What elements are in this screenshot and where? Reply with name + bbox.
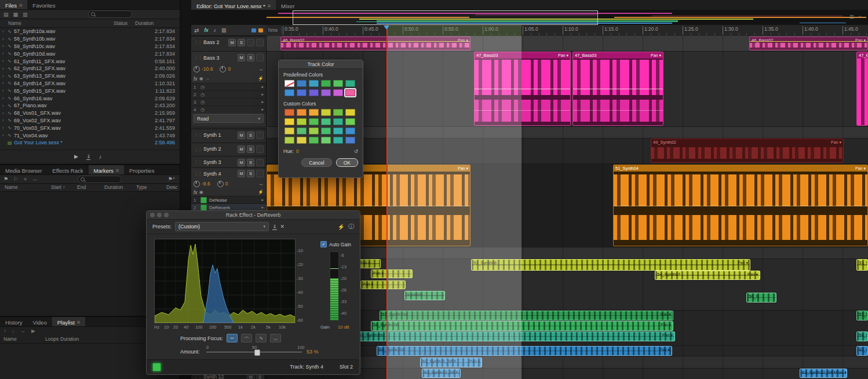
chevron-right-icon[interactable]: › — [2, 74, 8, 79]
track-drag-handle[interactable]: ⋮⋮ — [194, 160, 202, 165]
files-search-input[interactable] — [88, 10, 132, 18]
fx-power-icon[interactable]: ◉ — [199, 76, 203, 81]
mute-button[interactable]: M — [228, 39, 236, 46]
file-row[interactable]: ›∿59_Synth10c.wav2:17.834 — [0, 43, 180, 50]
clip-pan-dropdown[interactable]: Pan▾ — [855, 37, 866, 43]
color-swatch[interactable] — [309, 137, 319, 144]
clip-pan-dropdown[interactable]: Pan▾ — [360, 260, 370, 266]
fx-label[interactable]: fx — [194, 190, 198, 195]
clip-pan-dropdown[interactable]: Pan▾ — [855, 165, 866, 172]
track-name[interactable]: Synth 4 — [203, 171, 221, 177]
chevron-right-icon[interactable]: › — [2, 59, 8, 64]
tab-effects-rack[interactable]: Effects Rack — [47, 165, 88, 174]
metronome-icon[interactable]: ♪ — [213, 27, 216, 33]
color-swatch[interactable] — [321, 89, 331, 96]
mute-button[interactable]: M — [238, 159, 245, 166]
chevron-right-icon[interactable]: › — [2, 111, 8, 116]
chevron-right-icon[interactable]: › — [2, 88, 8, 93]
file-row[interactable]: ›∿61_Synth11_SFX.wav0:58.161 — [0, 57, 180, 65]
col-marker-desc[interactable]: Desc — [166, 184, 177, 190]
range-marker-icon[interactable]: ↔ — [32, 176, 38, 182]
audio-clip[interactable]: 57_Sy — [856, 311, 868, 320]
time-selection-overlay[interactable] — [387, 36, 521, 379]
track-header-synth2[interactable]: ⋮⋮Synth 2MS — [191, 143, 267, 156]
focus-mid-button[interactable]: ∿ — [256, 334, 267, 342]
color-swatch[interactable] — [345, 118, 355, 125]
track-drag-handle[interactable]: ⋮⋮ — [194, 147, 202, 152]
fx-power-icon[interactable]: ◉ — [199, 190, 203, 195]
add-marker-icon[interactable]: ⚐ — [13, 176, 18, 182]
color-swatch[interactable] — [333, 80, 343, 87]
chevron-right-icon[interactable]: › — [2, 118, 8, 123]
chevron-right-icon[interactable]: › — [2, 66, 8, 71]
window-title-bar[interactable]: Rack Effect - DeReverb — [147, 211, 360, 220]
col-marker-end[interactable]: End — [77, 184, 86, 190]
col-marker-duration[interactable]: Duration — [104, 184, 123, 190]
dereverb-spectrum-graph[interactable] — [154, 239, 296, 323]
play-button[interactable]: ▶ — [74, 154, 78, 159]
fx-prepost-icon[interactable]: → — [205, 76, 210, 81]
export-button[interactable]: ⇓ — [86, 154, 91, 160]
import-file-icon[interactable]: ▤ — [3, 12, 9, 17]
clip-pan-dropdown[interactable]: Pan▾ — [831, 139, 841, 145]
focus-low-button[interactable]: ◠ — [241, 334, 252, 342]
fx-slot[interactable]: 1◷▸ — [191, 83, 266, 90]
track-name[interactable]: Synth 3 — [203, 159, 221, 165]
clip-pan-dropdown[interactable]: Pan▾ — [662, 332, 673, 338]
dialog-title-bar[interactable]: Track Color — [279, 60, 363, 69]
fx-slot[interactable]: 3◷▸ — [191, 98, 266, 105]
file-row[interactable]: ›∿58_Synth10b.wav2:17.834 — [0, 35, 180, 43]
audio-clip[interactable]: 49_Synth02Pan▾ — [651, 139, 844, 163]
effect-power-icon[interactable]: ⚡ — [338, 224, 345, 230]
snap-icon[interactable]: ⊞ — [849, 14, 854, 20]
file-row[interactable]: ›∿65_Synth15_SFX.wav1:11.823 — [0, 87, 180, 94]
volume-knob[interactable] — [194, 181, 200, 187]
overview-options-icon[interactable]: ≈ — [859, 14, 862, 20]
audio-clip[interactable]: 53_Sy — [856, 259, 868, 271]
tab-favorites[interactable]: Favorites — [27, 0, 60, 9]
audio-clip[interactable]: 47_Ba — [856, 52, 868, 126]
fx-toggle-icon[interactable]: fx — [204, 27, 208, 33]
tab-files[interactable]: Files≡ — [0, 0, 27, 9]
color-swatch[interactable] — [309, 80, 319, 87]
track-drag-handle[interactable]: ⋮⋮ — [194, 171, 202, 176]
panel-menu-icon[interactable]: ≡ — [268, 3, 271, 9]
col-marker-name[interactable]: Name — [5, 184, 18, 190]
color-swatch[interactable] — [333, 137, 343, 144]
track-name[interactable]: Synth 1 — [203, 132, 221, 138]
volume-value[interactable]: -9.6 — [202, 181, 210, 187]
clip-pan-dropdown[interactable]: Pan▾ — [363, 281, 373, 287]
file-row[interactable]: ›∿67_Piano.wav2:43.200 — [0, 102, 180, 110]
auto-play-audio-icon[interactable]: ♪ — [99, 154, 101, 160]
chevron-right-icon[interactable]: › — [2, 37, 8, 42]
color-swatch[interactable] — [285, 89, 294, 96]
record-arm-button[interactable] — [256, 145, 264, 153]
file-row[interactable]: ›∿62_Synth12_SFX.wav2:40.000 — [0, 65, 180, 72]
color-swatch[interactable] — [345, 137, 355, 144]
solo-button[interactable]: S — [247, 159, 254, 166]
chevron-right-icon[interactable]: › — [2, 125, 8, 130]
auto-gain-checkbox[interactable]: ✓ Auto Gain — [320, 241, 351, 247]
focus-high-button[interactable]: ◡ — [270, 334, 281, 342]
pan-value[interactable]: 0 — [225, 181, 228, 187]
audio-clip[interactable]: 60_S — [856, 346, 868, 356]
clip-pan-dropdown[interactable]: Pan▾ — [661, 322, 671, 328]
fx-slot[interactable]: 4◷▸ — [191, 105, 266, 113]
chevron-right-icon[interactable]: › — [2, 43, 8, 49]
cancel-button[interactable]: Cancel — [301, 158, 331, 167]
color-swatch[interactable] — [285, 109, 294, 116]
color-swatch[interactable] — [321, 127, 331, 134]
record-arm-button[interactable] — [256, 170, 264, 177]
clip-pan-dropdown[interactable]: Pan▾ — [651, 52, 661, 59]
color-swatch[interactable] — [297, 118, 307, 125]
video-track-icon[interactable] — [251, 28, 256, 32]
color-swatch[interactable] — [285, 137, 294, 144]
tab-history[interactable]: History — [0, 317, 28, 326]
track-name[interactable]: Bass 2 — [203, 39, 220, 45]
clip-pan-dropdown[interactable]: Pan▾ — [661, 311, 671, 318]
audio-clip[interactable]: 47_Bass03Pan▾ — [572, 52, 663, 126]
color-swatch[interactable] — [297, 89, 307, 96]
marker-flag-icon[interactable]: ⚑ — [3, 176, 8, 182]
add-flag-button[interactable]: ⚑+ — [168, 176, 175, 182]
chevron-right-icon[interactable]: › — [2, 96, 8, 101]
